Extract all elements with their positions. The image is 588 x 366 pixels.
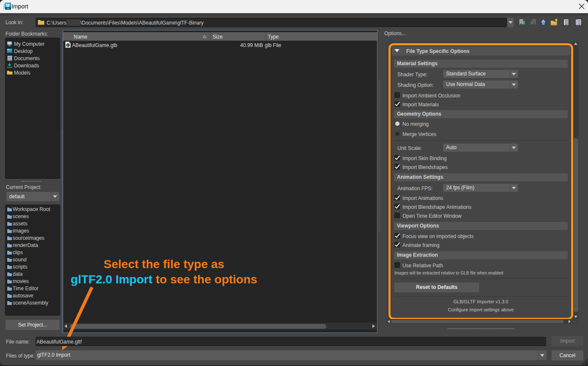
svg-text:M: M [6,3,9,8]
svg-text:MA: MA [7,8,9,10]
